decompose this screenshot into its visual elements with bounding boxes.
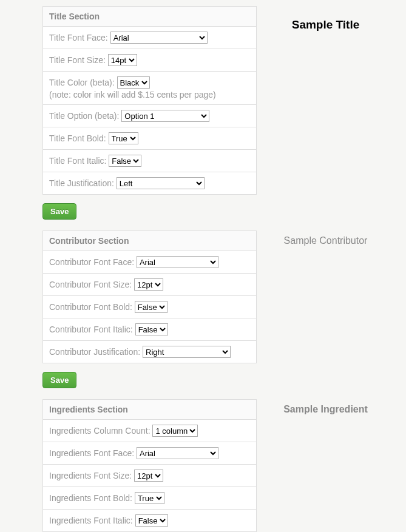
title-preview: Sample Title [257, 6, 394, 32]
ingredients-section-header: Ingredients Section [43, 400, 256, 420]
contributor-font-size-label: Contributor Font Size: [49, 280, 132, 289]
contributor-font-italic-label: Contributor Font Italic: [49, 325, 133, 334]
contributor-font-italic-select[interactable]: False [135, 323, 168, 335]
ingredients-section-table: Ingredients Section Ingredients Column C… [42, 399, 257, 532]
title-section-header: Title Section [43, 7, 256, 27]
ingredients-font-italic-row: Ingredients Font Italic: False [43, 510, 256, 532]
title-color-label: Title Color (beta): [49, 78, 115, 87]
title-option-row: Title Option (beta): Option 1 [43, 105, 256, 127]
title-font-size-select[interactable]: 14pt [108, 54, 137, 66]
title-preview-text: Sample Title [292, 18, 360, 31]
ingredients-column-count-label: Ingredients Column Count: [49, 426, 151, 436]
ingredients-font-bold-row: Ingredients Font Bold: True [43, 487, 256, 510]
ingredients-font-size-label: Ingredients Font Size: [49, 471, 132, 480]
ingredients-font-italic-label: Ingredients Font Italic: [49, 516, 133, 525]
ingredients-font-face-label: Ingredients Font Face: [49, 448, 134, 458]
ingredients-font-face-select[interactable]: Arial [137, 447, 218, 459]
title-justification-row: Title Justification: Left [43, 172, 256, 195]
title-font-size-label: Title Font Size: [49, 55, 106, 65]
title-justification-label: Title Justification: [49, 178, 114, 188]
title-font-italic-label: Title Font Italic: [49, 156, 106, 166]
contributor-justification-row: Contributor Justification: Right [43, 341, 256, 363]
contributor-justification-label: Contributor Justification: [49, 347, 140, 357]
title-font-face-row: Title Font Face: Arial [43, 27, 256, 49]
contributor-preview: Sample Contributor [257, 231, 394, 246]
contributor-section-header: Contributor Section [43, 231, 256, 251]
title-option-label: Title Option (beta): [49, 111, 119, 121]
ingredients-font-face-row: Ingredients Font Face: Arial [43, 442, 256, 465]
title-font-bold-row: Title Font Bold: True [43, 127, 256, 150]
title-color-select[interactable]: Black [117, 76, 150, 89]
ingredients-column-count-select[interactable]: 1 column [152, 425, 198, 437]
contributor-font-size-row: Contributor Font Size: 12pt [43, 274, 256, 296]
contributor-font-bold-select[interactable]: False [135, 301, 167, 313]
save-button[interactable]: Save [42, 372, 76, 388]
title-color-note: (note: color ink will add $.15 cents per… [49, 90, 250, 99]
ingredients-column-count-row: Ingredients Column Count: 1 column [43, 420, 256, 442]
contributor-font-bold-row: Contributor Font Bold: False [43, 296, 256, 318]
title-color-row: Title Color (beta): Black (note: color i… [43, 72, 256, 105]
title-font-italic-select[interactable]: False [109, 155, 141, 167]
ingredients-font-bold-label: Ingredients Font Bold: [49, 493, 132, 503]
contributor-font-face-row: Contributor Font Face: Arial [43, 251, 256, 274]
contributor-preview-text: Sample Contributor [284, 235, 368, 246]
contributor-font-size-select[interactable]: 12pt [134, 278, 163, 291]
contributor-font-italic-row: Contributor Font Italic: False [43, 318, 256, 341]
ingredients-font-italic-select[interactable]: False [135, 514, 168, 527]
title-font-italic-row: Title Font Italic: False [43, 150, 256, 172]
title-font-size-row: Title Font Size: 14pt [43, 49, 256, 72]
contributor-section-table: Contributor Section Contributor Font Fac… [42, 231, 257, 363]
save-button[interactable]: Save [42, 203, 76, 220]
title-font-face-label: Title Font Face: [49, 33, 108, 42]
contributor-justification-select[interactable]: Right [143, 346, 231, 358]
title-font-bold-select[interactable]: True [109, 132, 138, 144]
ingredients-font-bold-select[interactable]: True [135, 492, 164, 504]
ingredients-preview-text: Sample Ingredient [283, 404, 368, 414]
title-section-table: Title Section Title Font Face: Arial Tit… [42, 6, 257, 195]
contributor-font-face-select[interactable]: Arial [137, 256, 218, 268]
title-font-bold-label: Title Font Bold: [49, 133, 106, 143]
title-font-face-select[interactable]: Arial [110, 32, 208, 44]
contributor-font-face-label: Contributor Font Face: [49, 257, 134, 267]
contributor-font-bold-label: Contributor Font Bold: [49, 302, 132, 312]
ingredients-font-size-row: Ingredients Font Size: 12pt [43, 465, 256, 487]
ingredients-font-size-select[interactable]: 12pt [134, 470, 163, 482]
title-option-select[interactable]: Option 1 [121, 110, 209, 122]
ingredients-preview: Sample Ingredient [257, 399, 394, 415]
title-justification-select[interactable]: Left [117, 177, 205, 189]
